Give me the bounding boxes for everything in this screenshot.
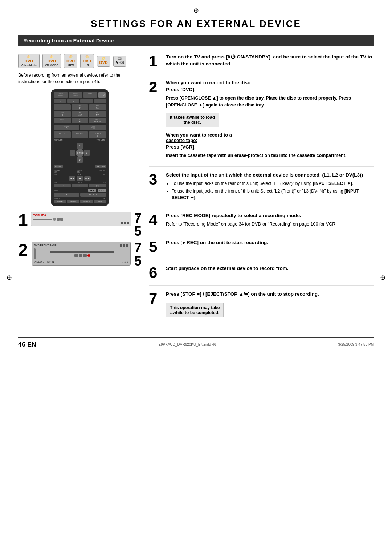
dvd-vr-mode-icon: 📀 DVD VR MODE [42,54,61,68]
ff-btn[interactable]: ►► [84,176,91,181]
page-title: SETTINGS FOR AN EXTERNAL DEVICE [18,18,374,29]
clear-return-row: CLEAR RETURN [54,165,106,168]
time-slip-label: TIME SLIP [99,169,106,173]
btn-9[interactable]: WXYZ9SATLINK [89,118,106,123]
dpad-up[interactable]: ▲ [77,143,83,149]
step-7-content: Press [STOP ■] / [EJECT/STOP ▲/■] on the… [166,291,374,320]
skip-back-btn[interactable]: |◄◄ [54,184,71,187]
repeat-btn[interactable]: REPEAT [54,200,66,203]
input-select-btn[interactable]: ⊕ [67,99,80,103]
dvd-icon: 📀 DVD [97,56,110,67]
device-control-btn [57,218,60,221]
number-5b: 5 [134,255,142,268]
step-1: 1 Turn on the TV and press [I/⏻ ON/STAND… [149,54,374,74]
annotation-7: 7 [136,214,138,218]
step-5-content: Press [● REC] on the unit to start recor… [166,239,374,255]
step-3-bullet-1: To use the input jacks on the rear of th… [172,180,374,187]
conn1 [121,222,123,224]
step-6: 6 Start playback on the external device … [149,265,374,286]
dvd-video-mode-icon: 📀 DVD Video Mode [18,54,40,68]
dubbing-label: DUBBING [54,197,60,199]
dpad-right[interactable]: ► [84,150,90,156]
dvd-btn[interactable]: DVD [98,189,106,192]
dpad[interactable]: ▲ ◄ ENTER ► ▼ [70,143,90,163]
vcr-conn1 [120,244,122,247]
zoom-btn[interactable]: ZOOM [94,200,106,203]
power-button[interactable]: I/⏻ [98,92,106,98]
return-btn[interactable]: RETURN [95,165,106,168]
btn-7[interactable]: PQRS7 [54,118,71,123]
rec-mode-btn[interactable]: REC MODE [80,193,106,197]
btn-8[interactable]: TUV8 [72,118,89,123]
btn-6[interactable]: MNO6✓ [89,111,106,117]
step-7: 7 Press [STOP ■] / [EJECT/STOP ▲/■] on t… [149,291,374,325]
btn-3[interactable]: DEF3↗ [89,104,106,110]
step-5-number: 5 [149,239,162,255]
page-number: 46 EN [18,341,36,348]
reg-mark-top: ⊕ [193,7,199,15]
vcr-device-diagram: DVD FRONT PANEL [32,242,131,266]
btn-5[interactable]: JKL◎5 [72,111,89,117]
step-3-number: 3 [149,172,162,202]
btn-1[interactable]: ·/·1 [54,104,71,110]
stop-btn[interactable]: ■ [72,184,89,187]
vcr-conn2 [123,244,125,247]
play-btn[interactable]: ▶ [77,176,83,181]
disc-load-note: It takes awhile to loadthe disc. [166,113,219,127]
pause-label: PAUSE [54,190,58,191]
btn-2[interactable]: ABC2 [72,104,89,110]
dpad-down[interactable]: ▼ [77,157,83,163]
vcr-btn1 [74,254,78,257]
step-6-number: 6 [149,265,162,280]
display-btn[interactable]: DISPLAY [72,131,89,138]
diagram-numbers-top: 1 TOSHIBA [18,212,142,238]
rev-label: REV [54,174,57,175]
step-3-bullets: To use the input jacks on the rear of th… [172,180,374,201]
operation-note: This operation may takeawhile to be comp… [166,303,224,317]
stop-label: STOP [78,182,82,183]
rew-btn[interactable]: ◄◄ [69,176,75,181]
remote-container: OPENCLOSE INPUTSELECT HDMI I/⏻ ▲ ⊕ · [18,89,142,206]
open-close-btn[interactable]: ▲ [54,99,66,103]
setup-btn[interactable]: SETUP [54,131,71,138]
vcr-label1: VIDEO L R DV-IN [34,260,54,263]
step-2-disc-title: When you want to record to the disc: Pre… [166,80,374,93]
step-2-number: 2 [149,80,162,161]
page-footer: 46 EN E9PKAUD_DVR620KU_EN.indd 46 3/25/2… [18,337,374,348]
dvd-device-diagram: TOSHIBA [31,212,131,226]
power-indicator [53,218,56,221]
step-2-cassette-title: When you want to record to acassette tap… [166,132,374,143]
device-control-btn2 [60,218,63,221]
footer-date: 3/25/2009 3:47:56 PM [338,343,374,347]
dpad-left[interactable]: ◄ [70,150,75,156]
step-1-number: 1 [149,54,162,69]
dvd-plus-r-icon: 📀 DVD +R [80,54,94,68]
skip-fwd-btn[interactable]: ▶►| [89,184,106,187]
section-header: Recording from an External Device [18,35,374,46]
vcr-btn2 [79,254,82,257]
step-7-note-box: This operation may takeawhile to be comp… [166,301,374,320]
btn-timer-prog[interactable]: TIMERPROG [80,125,106,130]
instant-skip-label: INSTANTSKIP [54,169,60,173]
enter-btn[interactable]: ENTER [76,149,84,157]
audio-btn[interactable]: AUDIO⊕ [89,131,106,138]
vcr-btn[interactable]: VCR [88,189,97,192]
step-2-vcr-press: Press [VCR]. [166,144,374,151]
step-2-cassette: When you want to record to acassette tap… [166,132,374,159]
timer-set-btn[interactable]: TIMER SET [67,200,80,203]
number-2: 2 [18,242,28,259]
step-4-content: Press [REC MODE] repeatedly to select a … [166,212,374,229]
number-7b: 7 [134,242,142,255]
step-3-bullet-2: To use the input jacks on the front of t… [172,188,374,201]
step-6-content: Start playback on the external device to… [166,265,374,280]
number-1: 1 [18,212,28,229]
step-3-title: Select the input of the unit which the e… [166,172,374,179]
pause-btn[interactable]: ⏸ [54,193,79,197]
vcr-side-panel [34,248,36,259]
search-btn[interactable]: SEARCH [80,200,93,203]
diagram-numbers-bottom: 2 DVD FRONT PANEL [18,242,142,268]
clear-btn[interactable]: CLEAR [54,165,63,168]
btn-4[interactable]: GHI4 [54,111,71,117]
step-3-content: Select the input of the unit which the e… [166,172,374,202]
btn-space[interactable]: SPACE0 [54,125,79,130]
